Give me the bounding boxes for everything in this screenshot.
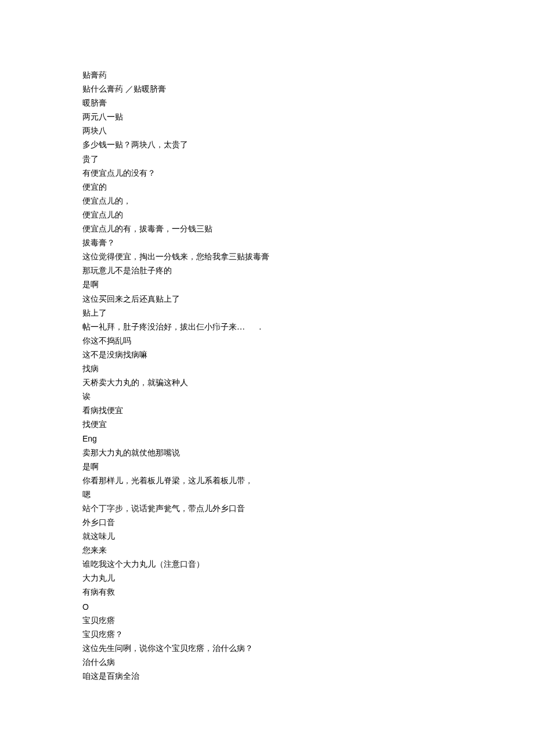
text-line: 贵了	[82, 153, 454, 167]
text-line: 这位觉得便宜，掏出一分钱来，您给我拿三贴拔毒膏	[82, 250, 454, 264]
text-line: 两元八一贴	[82, 110, 454, 124]
text-line: O	[82, 600, 454, 614]
text-line: 贴膏药	[82, 68, 454, 82]
text-line: 是啊	[82, 278, 454, 292]
text-line: 便宜点儿的有，拔毒膏，一分钱三贴	[82, 222, 454, 236]
text-line: 就这味儿	[82, 530, 454, 544]
text-line: 您来来	[82, 544, 454, 558]
text-line: 你看那样儿，光着板儿脊梁，这儿系着板儿带，	[82, 474, 454, 488]
text-line: 看病找便宜	[82, 404, 454, 418]
text-line: 暖脐膏	[82, 96, 454, 110]
text-line: 诶	[82, 390, 454, 404]
text-line: 找病	[82, 362, 454, 376]
text-line: 咱这是百病全治	[82, 670, 454, 683]
text-line: 多少钱一贴？两块八，太贵了	[82, 138, 454, 152]
text-line: 天桥卖大力丸的，就骗这种人	[82, 376, 454, 390]
text-line: 治什么病	[82, 656, 454, 670]
text-line: 贴什么膏药 ／贴暖脐膏	[82, 82, 454, 96]
text-line: 宝贝疙瘩？	[82, 628, 454, 642]
text-line: 大力丸儿	[82, 571, 454, 585]
text-line: 贴上了	[82, 306, 454, 320]
text-line: 站个丁字步，说话瓮声瓮气，带点儿外乡口音	[82, 502, 454, 516]
text-line: 宝贝疙瘩	[82, 614, 454, 628]
text-line: 这位买回来之后还真贴上了	[82, 292, 454, 306]
document-page: 贴膏药 贴什么膏药 ／贴暖脐膏 暖脐膏 两元八一贴 两块八 多少钱一贴？两块八，…	[0, 0, 454, 683]
text-line: 便宜点儿的	[82, 208, 454, 222]
text-line: 找便宜	[82, 418, 454, 432]
text-line: 这不是没病找病嘛	[82, 348, 454, 362]
text-line: 外乡口音	[82, 516, 454, 530]
text-line: 嗯	[82, 488, 454, 502]
text-line: 这位先生问咧，说你这个宝贝疙瘩，治什么病？	[82, 642, 454, 656]
text-line: 便宜的	[82, 180, 454, 194]
text-line: 有便宜点儿的没有？	[82, 167, 454, 180]
text-line: 谁吃我这个大力丸儿（注意口音）	[82, 558, 454, 571]
text-line: 是啊	[82, 460, 454, 474]
text-line: 有病有救	[82, 585, 454, 599]
text-line: 那玩意儿不是治肚子疼的	[82, 264, 454, 278]
text-line: 便宜点儿的，	[82, 194, 454, 208]
text-line: Eng	[82, 432, 454, 446]
text-line: 拔毒膏？	[82, 236, 454, 250]
text-line: 卖那大力丸的就仗他那嘴说	[82, 446, 454, 460]
text-line: 帖一礼拜，肚子疼没治好，拔出仨小疖子来… .	[82, 320, 454, 334]
text-line: 两块八	[82, 124, 454, 138]
text-line: 你这不捣乱吗	[82, 334, 454, 348]
